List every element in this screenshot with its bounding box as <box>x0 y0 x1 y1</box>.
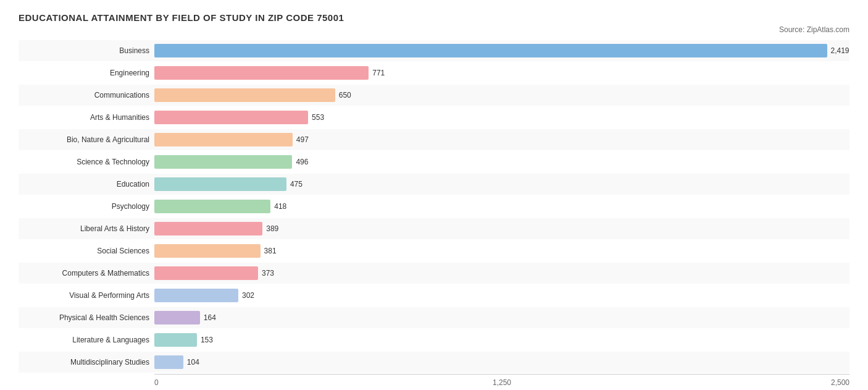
source-label: Source: ZipAtlas.com <box>19 25 849 34</box>
bar-value-label: 373 <box>262 269 274 278</box>
bar-row: Business2,419 <box>19 40 849 61</box>
bar-area: 381 <box>154 244 849 258</box>
bar-area: 771 <box>154 66 849 80</box>
bar-area: 475 <box>154 177 849 191</box>
page-title: EDUCATIONAL ATTAINMENT BY FIELD OF STUDY… <box>19 12 849 23</box>
bar-area: 302 <box>154 289 849 302</box>
bar-label: Computers & Mathematics <box>19 269 154 278</box>
bar-value-label: 2,419 <box>831 46 849 55</box>
bar-row: Arts & Humanities553 <box>19 107 849 128</box>
bar-value-label: 496 <box>296 158 308 166</box>
bar-label: Communications <box>19 91 154 100</box>
bar-fill <box>154 289 238 302</box>
bar-value-label: 153 <box>201 336 213 344</box>
x-axis: 01,2502,500 <box>154 374 849 387</box>
bar-label: Science & Technology <box>19 158 154 166</box>
bar-row: Engineering771 <box>19 62 849 83</box>
bar-area: 553 <box>154 111 849 124</box>
bar-area: 104 <box>154 355 849 369</box>
bar-value-label: 553 <box>312 113 324 122</box>
bar-label: Bio, Nature & Agricultural <box>19 135 154 144</box>
bar-area: 389 <box>154 222 849 235</box>
bar-label: Engineering <box>19 69 154 77</box>
bar-label: Physical & Health Sciences <box>19 313 154 322</box>
bar-row: Bio, Nature & Agricultural497 <box>19 129 849 150</box>
bar-row: Social Sciences381 <box>19 240 849 261</box>
bar-fill <box>154 200 270 213</box>
bar-label: Literature & Languages <box>19 336 154 344</box>
bar-value-label: 164 <box>204 313 216 322</box>
bar-fill <box>154 155 292 169</box>
bars-section: Business2,419Engineering771Communication… <box>19 40 849 373</box>
bar-fill <box>154 222 262 235</box>
bar-fill <box>154 244 261 258</box>
bar-area: 2,419 <box>154 44 849 57</box>
bar-label: Education <box>19 180 154 189</box>
bar-value-label: 381 <box>264 247 277 255</box>
bar-area: 164 <box>154 311 849 324</box>
bar-label: Liberal Arts & History <box>19 224 154 233</box>
x-axis-label: 1,250 <box>493 378 511 387</box>
bar-area: 497 <box>154 133 849 146</box>
bar-value-label: 389 <box>266 224 278 233</box>
bar-value-label: 650 <box>339 91 351 100</box>
chart-container: Business2,419Engineering771Communication… <box>19 40 849 387</box>
bar-fill <box>154 266 258 280</box>
bar-fill <box>154 177 286 191</box>
bar-row: Education475 <box>19 174 849 195</box>
x-axis-label: 2,500 <box>831 378 849 387</box>
x-axis-label: 0 <box>154 378 159 387</box>
bar-label: Social Sciences <box>19 247 154 255</box>
bar-value-label: 104 <box>187 358 199 367</box>
bar-label: Visual & Performing Arts <box>19 291 154 300</box>
bar-area: 496 <box>154 155 849 169</box>
bar-label: Psychology <box>19 202 154 211</box>
bar-row: Communications650 <box>19 85 849 106</box>
bar-row: Visual & Performing Arts302 <box>19 285 849 306</box>
bar-fill <box>154 111 308 124</box>
bar-value-label: 475 <box>290 180 303 189</box>
bar-row: Psychology418 <box>19 196 849 217</box>
bar-row: Physical & Health Sciences164 <box>19 307 849 328</box>
bar-value-label: 771 <box>372 69 385 77</box>
bar-fill <box>154 66 369 80</box>
bar-fill <box>154 133 293 146</box>
bar-label: Multidisciplinary Studies <box>19 358 154 367</box>
bar-row: Literature & Languages153 <box>19 329 849 350</box>
bar-value-label: 497 <box>296 135 309 144</box>
bar-fill <box>154 44 827 57</box>
bar-label: Arts & Humanities <box>19 113 154 122</box>
bar-area: 373 <box>154 266 849 280</box>
bar-value-label: 302 <box>242 291 254 300</box>
bar-fill <box>154 355 183 369</box>
bar-label: Business <box>19 46 154 55</box>
bar-area: 153 <box>154 333 849 347</box>
bar-fill <box>154 333 197 347</box>
bar-fill <box>154 88 335 102</box>
bar-row: Computers & Mathematics373 <box>19 263 849 284</box>
bar-row: Science & Technology496 <box>19 151 849 172</box>
bar-value-label: 418 <box>274 202 286 211</box>
bar-row: Liberal Arts & History389 <box>19 218 849 239</box>
bar-row: Multidisciplinary Studies104 <box>19 352 849 373</box>
bar-fill <box>154 311 200 324</box>
bar-area: 650 <box>154 88 849 102</box>
bar-area: 418 <box>154 200 849 213</box>
